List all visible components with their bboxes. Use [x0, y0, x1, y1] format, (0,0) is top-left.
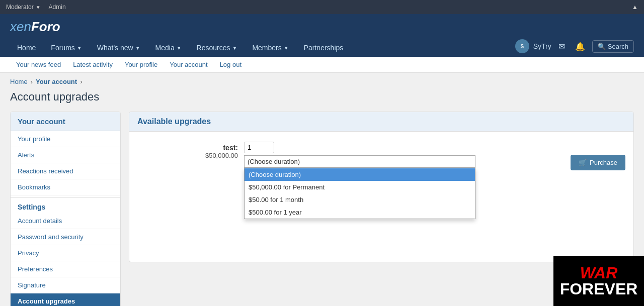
nav-right: S SyTry ✉ 🔔 🔍 Search — [515, 39, 634, 56]
upgrade-price: $50,000.00 — [137, 152, 238, 159]
duration-dropdown[interactable]: (Choose duration) — [244, 155, 475, 168]
upgrade-controls: (Choose duration) (Choose duration) $50,… — [244, 142, 560, 168]
sidebar-item-preferences[interactable]: Preferences — [11, 261, 120, 277]
breadcrumb-separator-1: › — [31, 78, 33, 85]
nav-item-media[interactable]: Media ▼ — [148, 39, 189, 57]
moderator-label[interactable]: Moderator — [6, 4, 34, 11]
nav-item-home[interactable]: Home — [10, 39, 43, 57]
dropdown-option-1year[interactable]: $500.00 for 1 year — [245, 206, 475, 219]
admin-label[interactable]: Admin — [49, 4, 66, 11]
resources-caret: ▼ — [232, 45, 237, 51]
purchase-button[interactable]: 🛒 Purchase — [571, 155, 625, 170]
page-title: Account upgrades — [0, 90, 644, 112]
sub-nav: Your news feed Latest activity Your prof… — [0, 57, 644, 73]
content-layout: Your account Your profile Alerts Reactio… — [0, 112, 644, 306]
quantity-input[interactable] — [244, 142, 274, 153]
war-forever-banner: WAR FOREVER — [553, 256, 644, 306]
upgrade-name: test: — [137, 144, 238, 152]
main-nav: Home Forums ▼ What's new ▼ Media ▼ Resou… — [10, 39, 634, 57]
breadcrumb-account[interactable]: Your account — [36, 78, 77, 85]
war-text: WAR — [580, 265, 618, 281]
whats-new-caret: ▼ — [135, 45, 140, 51]
username[interactable]: SyTry — [533, 42, 551, 50]
sub-nav-log-out[interactable]: Log out — [214, 57, 248, 72]
sidebar-item-privacy[interactable]: Privacy — [11, 245, 120, 261]
upgrade-row: test: $50,000.00 (Choose duration) (Choo… — [137, 142, 625, 170]
media-caret: ▼ — [177, 45, 182, 51]
forums-caret: ▼ — [77, 45, 82, 51]
sidebar-item-account-details[interactable]: Account details — [11, 213, 120, 229]
sidebar-header: Your account — [11, 112, 120, 131]
logo-foro: Foro — [31, 19, 60, 34]
purchase-label: Purchase — [590, 159, 617, 166]
bell-icon[interactable]: 🔔 — [572, 40, 588, 53]
upgrade-label-section: test: $50,000.00 — [137, 142, 238, 159]
dropdown-option-choose[interactable]: (Choose duration) — [245, 168, 475, 181]
forever-text: FOREVER — [560, 281, 638, 297]
dropdown-arrow-icon: ▼ — [36, 5, 41, 10]
site-header: xenForo Home Forums ▼ What's new ▼ Media… — [0, 14, 644, 57]
logo-xen: xen — [10, 19, 31, 34]
search-button[interactable]: 🔍 Search — [592, 40, 634, 53]
search-label: Search — [608, 43, 628, 50]
search-icon: 🔍 — [598, 43, 606, 50]
sub-nav-your-account[interactable]: Your account — [164, 57, 213, 72]
main-nav-items: Home Forums ▼ What's new ▼ Media ▼ Resou… — [10, 39, 515, 57]
sub-nav-news-feed[interactable]: Your news feed — [10, 57, 67, 72]
cart-icon: 🛒 — [579, 159, 587, 166]
sidebar-item-signature[interactable]: Signature — [11, 277, 120, 293]
sidebar-item-alerts[interactable]: Alerts — [11, 147, 120, 163]
dropdown-option-permanent[interactable]: $50,000.00 for Permanent — [245, 181, 475, 193]
nav-item-whats-new[interactable]: What's new ▼ — [90, 39, 147, 57]
nav-item-resources[interactable]: Resources ▼ — [190, 39, 245, 57]
dropdown-options-list: (Choose duration) $50,000.00 for Permane… — [244, 168, 475, 219]
admin-bar: Moderator ▼ Admin ▲ — [0, 0, 644, 14]
duration-dropdown-container: (Choose duration) (Choose duration) $50,… — [244, 155, 475, 168]
site-logo[interactable]: xenForo — [10, 19, 60, 35]
sidebar-section-settings: Settings — [11, 197, 120, 213]
sub-nav-latest-activity[interactable]: Latest activity — [67, 57, 119, 72]
sidebar-item-account-upgrades[interactable]: Account upgrades — [11, 293, 120, 306]
breadcrumb: Home › Your account › — [0, 73, 644, 90]
mail-icon[interactable]: ✉ — [555, 40, 568, 53]
sidebar-item-reactions-received[interactable]: Reactions received — [11, 163, 120, 179]
breadcrumb-separator-2: › — [80, 78, 82, 85]
collapse-icon[interactable]: ▲ — [632, 4, 638, 11]
sidebar: Your account Your profile Alerts Reactio… — [10, 112, 121, 306]
sidebar-item-your-profile[interactable]: Your profile — [11, 131, 120, 147]
members-caret: ▼ — [284, 45, 289, 51]
dropdown-option-1month[interactable]: $50.00 for 1 month — [245, 193, 475, 206]
main-content-header: Available upgrades — [129, 112, 633, 132]
sidebar-item-password-security[interactable]: Password and security — [11, 229, 120, 245]
avatar: S — [515, 39, 529, 53]
nav-item-partnerships[interactable]: Partnerships — [297, 39, 351, 57]
nav-item-members[interactable]: Members ▼ — [245, 39, 295, 57]
sidebar-item-bookmarks[interactable]: Bookmarks — [11, 179, 120, 195]
nav-item-forums[interactable]: Forums ▼ — [44, 39, 89, 57]
breadcrumb-home[interactable]: Home — [10, 78, 28, 85]
main-content: Available upgrades test: $50,000.00 (Cho… — [129, 112, 634, 262]
sub-nav-your-profile[interactable]: Your profile — [119, 57, 164, 72]
main-content-body: test: $50,000.00 (Choose duration) (Choo… — [129, 132, 633, 180]
admin-bar-left: Moderator ▼ Admin — [6, 4, 66, 11]
